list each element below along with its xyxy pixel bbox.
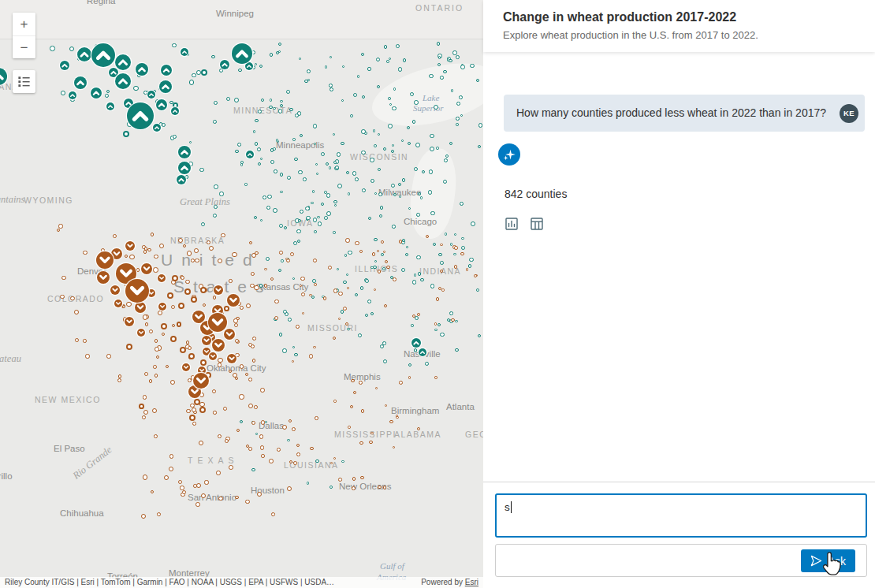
map-marker-down[interactable]: [296, 325, 300, 329]
map-marker-down[interactable]: [345, 238, 350, 243]
map-marker-up[interactable]: [430, 284, 435, 288]
map-marker-up[interactable]: [469, 258, 473, 262]
map-marker-down[interactable]: [259, 434, 263, 438]
map-marker-up[interactable]: [476, 288, 479, 292]
map-marker-down[interactable]: [60, 295, 64, 299]
map-marker-up[interactable]: [478, 334, 481, 337]
map-marker-up[interactable]: [438, 253, 442, 257]
map-marker-down[interactable]: [180, 347, 186, 353]
map-marker-up[interactable]: [378, 168, 381, 171]
map-marker-up[interactable]: [365, 279, 369, 283]
map-marker-down[interactable]: [218, 358, 222, 363]
map-marker-up[interactable]: [235, 150, 238, 153]
map-marker-down[interactable]: [378, 270, 382, 274]
map-marker-up[interactable]: [353, 93, 357, 97]
map-marker-up[interactable]: [355, 177, 359, 182]
map-marker-down[interactable]: [348, 426, 351, 429]
map-marker-down[interactable]: [117, 378, 121, 382]
map-marker-down[interactable]: [158, 303, 166, 311]
map-marker-up[interactable]: [214, 184, 218, 189]
map-marker-down[interactable]: [159, 244, 164, 248]
map-marker-up[interactable]: [293, 241, 297, 245]
map-marker-up[interactable]: [420, 278, 423, 281]
esri-link[interactable]: Esri: [465, 578, 478, 586]
map-marker-down[interactable]: [129, 255, 135, 260]
map-marker-up[interactable]: [406, 246, 408, 248]
map-marker-down[interactable]: [290, 252, 294, 256]
map-marker-down[interactable]: [203, 303, 206, 307]
map-marker-down[interactable]: [277, 448, 281, 452]
map-marker-down[interactable]: [369, 441, 373, 445]
map-marker-up[interactable]: [237, 143, 241, 147]
map-marker-down[interactable]: [137, 329, 145, 337]
map-marker-down[interactable]: [172, 275, 178, 281]
map-marker-up[interactable]: [105, 94, 109, 98]
map-marker-down[interactable]: [355, 241, 359, 245]
map-marker-down[interactable]: [279, 251, 283, 255]
map-marker-down[interactable]: [309, 354, 313, 358]
map-marker-down[interactable]: [338, 292, 343, 296]
map-marker-up[interactable]: [299, 58, 301, 60]
map-marker-up[interactable]: [376, 58, 380, 61]
map-marker-up[interactable]: [456, 102, 460, 106]
map-marker-up[interactable]: [213, 120, 217, 124]
map-marker-up[interactable]: [279, 224, 283, 228]
map-marker-down[interactable]: [70, 296, 74, 300]
map-marker-up[interactable]: [284, 226, 287, 229]
map-marker-down[interactable]: [302, 312, 305, 315]
map-marker-down[interactable]: [125, 255, 128, 258]
map-marker-down[interactable]: [393, 277, 397, 281]
map-marker-up[interactable]: [443, 180, 447, 184]
map-marker-up[interactable]: [330, 56, 332, 58]
map-marker-up[interactable]: [211, 55, 214, 58]
map-marker-down[interactable]: [474, 274, 477, 277]
map-marker-up[interactable]: [281, 259, 283, 262]
map-marker-down[interactable]: [178, 480, 182, 484]
map-marker-up[interactable]: [261, 99, 264, 102]
map-marker-up[interactable]: [398, 67, 403, 72]
map-marker-up[interactable]: [303, 177, 307, 181]
map-marker-down[interactable]: [350, 405, 354, 409]
map-marker-down[interactable]: [260, 388, 265, 393]
map-marker-up[interactable]: [156, 99, 167, 110]
map-marker-up[interactable]: [434, 329, 438, 332]
map-marker-down[interactable]: [252, 337, 256, 341]
map-marker-up[interactable]: [361, 129, 366, 134]
map-marker-down[interactable]: [381, 240, 384, 244]
map-marker-down[interactable]: [110, 285, 120, 295]
map-marker-down[interactable]: [271, 512, 275, 516]
map-marker-down[interactable]: [377, 250, 379, 252]
map-marker-up[interactable]: [307, 69, 311, 74]
map-marker-up[interactable]: [352, 171, 356, 175]
map-marker-down[interactable]: [196, 483, 201, 488]
map-marker-down[interactable]: [141, 263, 152, 274]
map-marker-down[interactable]: [383, 486, 387, 489]
map-marker-down[interactable]: [293, 461, 297, 465]
map-marker-up[interactable]: [460, 114, 463, 117]
map-marker-up[interactable]: [192, 73, 196, 78]
map-marker-up[interactable]: [307, 482, 309, 484]
map-marker-down[interactable]: [264, 284, 268, 288]
map-marker-down[interactable]: [240, 364, 244, 368]
map-marker-down[interactable]: [178, 303, 184, 309]
map-marker-down[interactable]: [153, 365, 157, 369]
map-marker-down[interactable]: [246, 303, 251, 308]
map-marker-down[interactable]: [114, 300, 122, 307]
map-marker-up[interactable]: [416, 255, 420, 259]
map-marker-up[interactable]: [232, 43, 252, 64]
map-marker-up[interactable]: [414, 274, 416, 276]
map-marker-up[interactable]: [419, 348, 426, 356]
map-marker-up[interactable]: [161, 65, 172, 76]
map-marker-up[interactable]: [274, 169, 277, 173]
map-marker-up[interactable]: [283, 310, 287, 314]
map-marker-up[interactable]: [449, 311, 453, 315]
map-marker-down[interactable]: [292, 427, 296, 431]
map-marker-up[interactable]: [438, 63, 441, 66]
map-marker-down[interactable]: [359, 381, 363, 385]
map-marker-down[interactable]: [158, 311, 162, 315]
map-marker-down[interactable]: [189, 415, 195, 421]
map-marker-down[interactable]: [248, 404, 253, 408]
map-marker-up[interactable]: [412, 120, 416, 124]
map-marker-up[interactable]: [454, 233, 456, 236]
map-marker-down[interactable]: [251, 421, 255, 425]
